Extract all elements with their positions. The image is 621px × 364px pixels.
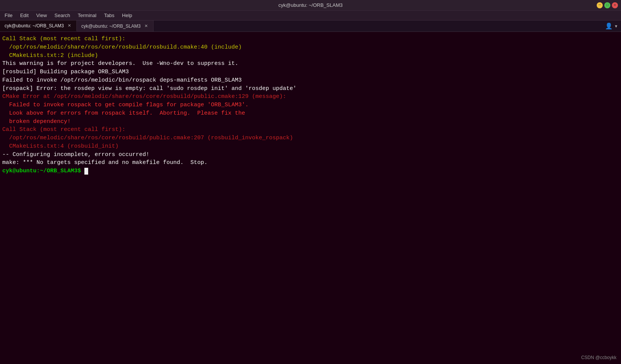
menu-search[interactable]: Search xyxy=(51,12,73,19)
terminal-line: /opt/ros/melodic/share/ros/core/rosbuild… xyxy=(2,43,619,52)
menu-help[interactable]: Help xyxy=(119,12,135,19)
terminal-area[interactable]: Call Stack (most recent call first): /op… xyxy=(0,32,621,364)
tab-1-label: cyk@ubuntu: ~/ORB_SLAM3 xyxy=(5,23,64,28)
window-title: cyk@ubuntu: ~/ORB_SLAM3 xyxy=(279,2,343,8)
terminal-line: broken dependency! xyxy=(2,118,619,126)
terminal-line: This warning is for project developers. … xyxy=(2,60,619,68)
terminal-line: Look above for errors from rospack itsel… xyxy=(2,109,619,118)
tab-bar: cyk@ubuntu: ~/ORB_SLAM3 ✕ cyk@ubuntu: ~/… xyxy=(0,20,621,32)
maximize-button[interactable]: □ xyxy=(604,2,610,8)
terminal-line: CMake Error at /opt/ros/melodic/share/ro… xyxy=(2,93,619,101)
menu-terminal[interactable]: Terminal xyxy=(75,12,100,19)
terminal-line: [rospack] Error: the rosdep view is empt… xyxy=(2,85,619,93)
window-controls[interactable]: ─ □ ✕ xyxy=(597,2,618,8)
terminal-line: [rosbuild] Building package ORB_SLAM3 xyxy=(2,68,619,76)
terminal-line: /opt/ros/melodic/share/ros/core/rosbuild… xyxy=(2,134,619,142)
chevron-down-icon[interactable]: ▾ xyxy=(614,22,618,30)
prompt-line: cyk@ubuntu:~/ORB_SLAM3$ xyxy=(2,167,619,175)
terminal-line: Call Stack (most recent call first): xyxy=(2,35,619,43)
watermark: CSDN @ccboykk xyxy=(581,355,616,360)
tab-2[interactable]: cyk@ubuntu: ~/ORB_SLAM3 ✕ xyxy=(77,20,154,32)
close-button[interactable]: ✕ xyxy=(612,2,618,8)
prompt-text: cyk@ubuntu:~/ORB_SLAM3$ xyxy=(2,167,84,175)
menu-edit[interactable]: Edit xyxy=(17,12,32,19)
tab-spacer xyxy=(154,20,602,32)
user-icon: 👤 xyxy=(605,22,613,30)
terminal-line: CMakeLists.txt:4 (rosbuild_init) xyxy=(2,142,619,151)
terminal-cursor xyxy=(84,168,88,175)
terminal-line: CMakeLists.txt:2 (include) xyxy=(2,52,619,60)
menu-view[interactable]: View xyxy=(33,12,50,19)
menu-bar: File Edit View Search Terminal Tabs Help xyxy=(0,11,621,20)
terminal-line: Failed to invoke /opt/ros/melodic/bin/ro… xyxy=(2,76,619,85)
minimize-button[interactable]: ─ xyxy=(597,2,603,8)
tab-2-label: cyk@ubuntu: ~/ORB_SLAM3 xyxy=(81,24,141,29)
terminal-line: Call Stack (most recent call first): xyxy=(2,126,619,134)
terminal-line: -- Configuring incomplete, errors occurr… xyxy=(2,151,619,159)
menu-file[interactable]: File xyxy=(2,12,16,19)
terminal-line: make: *** No targets specified and no ma… xyxy=(2,159,619,167)
terminal-line: Failed to invoke rospack to get compile … xyxy=(2,101,619,109)
tab-1-close[interactable]: ✕ xyxy=(67,23,72,28)
tab-2-close[interactable]: ✕ xyxy=(144,24,149,28)
title-bar: cyk@ubuntu: ~/ORB_SLAM3 ─ □ ✕ xyxy=(0,0,621,11)
tab-icon-area: 👤 ▾ xyxy=(602,20,621,32)
tab-1[interactable]: cyk@ubuntu: ~/ORB_SLAM3 ✕ xyxy=(0,20,77,32)
menu-tabs[interactable]: Tabs xyxy=(101,12,117,19)
